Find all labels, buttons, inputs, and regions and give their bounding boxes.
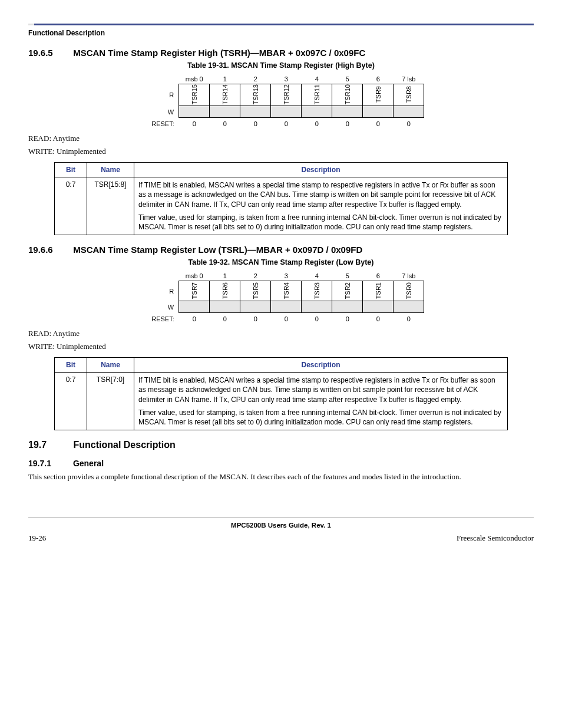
footer-page-number: 19-26 <box>28 533 46 543</box>
section-heading-19-6-5: 19.6.5 MSCAN Time Stamp Register High (T… <box>28 48 534 58</box>
write-note: WRITE: Unimplemented <box>28 147 534 156</box>
page-header: Functional Description <box>28 24 534 37</box>
footer-doc-title: MPC5200B Users Guide, Rev. 1 <box>28 522 534 529</box>
w-row: W <box>138 301 424 313</box>
section-heading-19-6-6: 19.6.6 MSCAN Time Stamp Register Low (TS… <box>28 245 534 255</box>
page-footer: MPC5200B Users Guide, Rev. 1 19-26 Frees… <box>28 518 534 543</box>
bit-index-row: msb 0 1 2 3 4 5 6 7 lsb <box>138 271 424 281</box>
register-table-tsrh: msb 0 1 2 3 4 5 6 7 lsb R TSR15 TSR14 TS… <box>138 74 425 128</box>
section-heading-19-7: 19.7 Functional Description <box>28 440 534 450</box>
bit-index-row: msb 0 1 2 3 4 5 6 7 lsb <box>138 74 424 84</box>
page-header-title: Functional Description <box>28 29 105 37</box>
section-number: 19.6.6 <box>28 245 71 255</box>
reset-row: RESET: 0 0 0 0 0 0 0 0 <box>138 118 424 129</box>
register-table-tsrl: msb 0 1 2 3 4 5 6 7 lsb R TSR7 TSR6 TSR5… <box>138 271 425 323</box>
read-note: READ: Anytime <box>28 134 534 143</box>
desc-table-tsrh: Bit Name Description 0:7 TSR[15:8] If TI… <box>54 162 508 235</box>
section-number: 19.6.5 <box>28 48 71 58</box>
section-title: Functional Description <box>73 440 175 450</box>
write-note: WRITE: Unimplemented <box>28 342 534 351</box>
r-row: R TSR7 TSR6 TSR5 TSR4 TSR3 TSR2 TSR1 TSR… <box>138 281 424 301</box>
reset-row: RESET: 0 0 0 0 0 0 0 0 <box>138 313 424 324</box>
body-paragraph: This section provides a complete functio… <box>28 472 534 482</box>
desc-table-tsrl: Bit Name Description 0:7 TSR[7:0] If TIM… <box>54 357 508 430</box>
footer-company: Freescale Semiconductor <box>457 533 534 543</box>
w-row: W <box>138 106 424 118</box>
table-19-31-caption: Table 19-31. MSCAN Time Stamp Register (… <box>28 61 534 70</box>
section-title: MSCAN Time Stamp Register High (TSRH)—MB… <box>73 48 365 58</box>
table-19-32-caption: Table 19-32. MSCAN Time Stamp Register (… <box>28 258 534 266</box>
section-title: MSCAN Time Stamp Register Low (TSRL)—MBA… <box>73 245 362 255</box>
section-number: 19.7 <box>28 440 71 450</box>
r-row: R TSR15 TSR14 TSR13 TSR12 TSR11 TSR10 TS… <box>138 84 424 106</box>
section-heading-19-7-1: 19.7.1 General <box>28 459 534 468</box>
section-title: General <box>73 459 104 468</box>
section-number: 19.7.1 <box>28 459 71 468</box>
read-note: READ: Anytime <box>28 329 534 338</box>
